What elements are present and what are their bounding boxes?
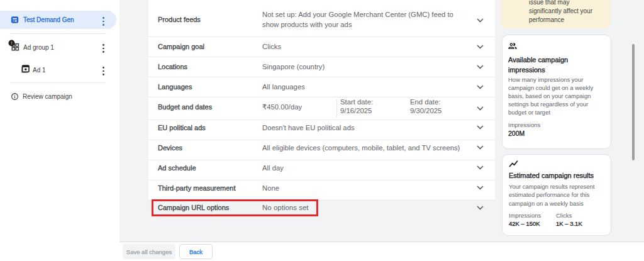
svg-text:!: ! — [11, 41, 12, 45]
